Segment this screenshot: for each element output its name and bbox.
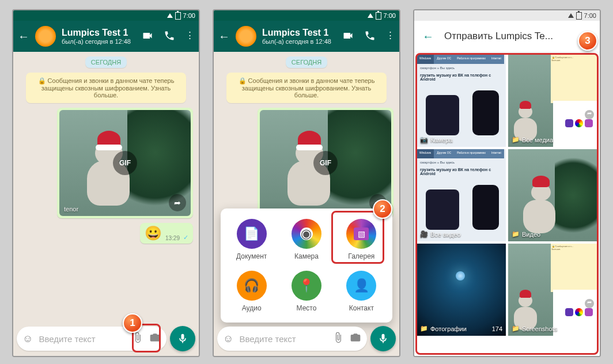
attach-camera[interactable]: ◉ Камера: [279, 219, 334, 260]
callout-gallery: [331, 211, 384, 264]
videocall-icon[interactable]: [342, 30, 354, 43]
attach-document[interactable]: 📄 Документ: [224, 219, 279, 260]
contact-name: Lumpics Test 1: [62, 28, 136, 38]
status-time: 7:00: [584, 12, 596, 19]
contact-info[interactable]: Lumpics Test 1 был(-а) сегодня в 12:48: [62, 28, 136, 45]
screen-gallery: 7:00 ← Отправить Lumpics Te... WindowsДр…: [413, 9, 601, 357]
text-input[interactable]: ☺ Введите текст: [217, 327, 367, 351]
status-bar: 7:00: [214, 10, 399, 21]
call-icon[interactable]: [164, 30, 175, 43]
input-placeholder: Введите текст: [39, 334, 126, 344]
chat-header: ← Lumpics Test 1 был(-а) сегодня в 12:48…: [214, 21, 399, 52]
attach-icon[interactable]: [332, 332, 344, 346]
videocall-icon[interactable]: [142, 30, 153, 43]
status-time: 7:00: [183, 12, 195, 19]
chat-header: ← Lumpics Test 1 был(-а) сегодня в 12:48…: [13, 21, 199, 52]
forward-icon[interactable]: ➦: [169, 194, 186, 211]
signal-icon: [368, 13, 373, 18]
call-icon[interactable]: [364, 30, 376, 43]
emoji-picker-icon[interactable]: ☺: [22, 333, 33, 345]
attach-location[interactable]: 📍 Место: [279, 271, 334, 312]
avatar[interactable]: [35, 26, 56, 47]
signal-icon: [568, 13, 574, 18]
step-marker-2: 2: [373, 199, 392, 219]
status-bar: 7:00: [414, 10, 600, 21]
screen-chat: 7:00 ← Lumpics Test 1 был(-а) сегодня в …: [12, 9, 200, 357]
back-arrow-icon[interactable]: ←: [422, 30, 434, 43]
battery-icon: [576, 12, 582, 20]
mic-button[interactable]: [370, 326, 396, 351]
emoji-picker-icon[interactable]: ☺: [223, 333, 233, 345]
battery-icon: [376, 12, 381, 20]
emoji-message[interactable]: 😀 13:29 ✓: [140, 223, 193, 244]
mic-button[interactable]: [170, 326, 195, 351]
emoji-content: 😀: [145, 225, 162, 241]
step-marker-3: 3: [578, 31, 597, 51]
read-tick-icon: ✓: [183, 234, 188, 241]
back-arrow-icon[interactable]: ←: [18, 30, 29, 43]
callout-grid: [415, 53, 599, 355]
date-badge: СЕГОДНЯ: [85, 56, 127, 68]
encryption-notice[interactable]: 🔒 Сообщения и звонки в данном чате тепер…: [26, 73, 186, 103]
status-time: 7:00: [384, 12, 396, 19]
more-icon[interactable]: ⋮: [186, 30, 194, 43]
status-bar: 7:00: [13, 10, 199, 21]
signal-icon: [167, 13, 173, 18]
camera-icon[interactable]: [350, 332, 361, 346]
gallery-header: ← Отправить Lumpics Te...: [414, 21, 600, 52]
avatar[interactable]: [236, 26, 256, 47]
gif-badge[interactable]: GIF: [113, 151, 137, 175]
back-arrow-icon[interactable]: ←: [218, 30, 230, 43]
gallery-title: Отправить Lumpics Te...: [444, 31, 553, 42]
more-icon[interactable]: ⋮: [386, 30, 395, 43]
message-time: 13:29: [165, 235, 180, 241]
gif-message[interactable]: GIF ➦: [258, 108, 393, 218]
tenor-label: tenor: [64, 206, 78, 213]
step-marker-1: 1: [123, 313, 142, 333]
attach-contact[interactable]: 👤 Контакт: [334, 271, 389, 312]
attach-audio[interactable]: 🎧 Аудио: [224, 271, 279, 312]
screen-attach-sheet: 7:00 ← Lumpics Test 1 был(-а) сегодня в …: [213, 9, 400, 357]
input-bar: ☺ Введите текст: [17, 326, 195, 351]
battery-icon: [175, 12, 181, 20]
gif-message[interactable]: GIF ➦ tenor: [57, 108, 193, 218]
contact-status: был(-а) сегодня в 12:48: [62, 38, 136, 45]
